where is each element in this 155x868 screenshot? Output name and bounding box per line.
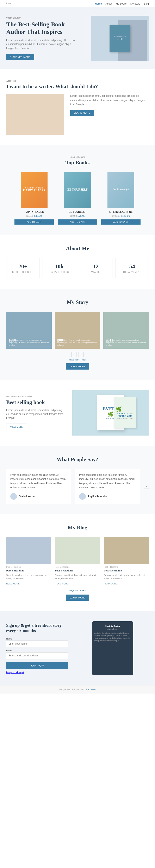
book-old-price-3: $199.00 [112,215,120,217]
blog-headline-1: Post 6 Headline [6,569,51,572]
stat-awards-number: 12 [83,263,108,270]
footer-text: Sample Site - Edit this site in Site Bui… [6,688,149,691]
name-input[interactable] [6,641,68,647]
testimonial-avatar-1 [10,493,17,500]
bestseller-review-label: Over 4000 Amazon Reviews [6,396,64,398]
book-cover-2: BE YOURSELF [64,172,91,208]
nav-my-books[interactable]: My Books [116,2,127,5]
stat-books-number: 20+ [10,263,35,270]
hero-section: Virginia Burton The Best-Selling Book Au… [0,7,155,69]
testimonial-author-2: Phyllis Palumbo [79,493,135,500]
book-subtitle: The story of my [114,35,126,37]
testimonials-grid: Proin sed libero enim sed faucibus turpi… [6,469,149,504]
story-desc-3: Lorem ipsum dolor sit amet, consectetur … [106,339,146,347]
footer-link[interactable]: Site Builder [85,688,96,691]
bestseller-book-back: 🌿 EVERYTHING INSIDE YOU VIRGINIA BURTON [114,397,136,428]
blog-read-more-2[interactable]: READ MORE [55,583,69,585]
stat-readers-label: HAPPY READERS [47,271,72,273]
blog-learn-more-button[interactable]: LEARN MORE [66,594,89,601]
device-title: Virginia Burton [105,625,120,627]
story-navigation: ‹ › [6,352,149,357]
nav-home[interactable]: Home [95,2,102,5]
blog-grid: Post 6 Headline Post 6 Headline Sample s… [6,537,149,585]
book-name-2: BE YOURSELF [58,211,97,213]
book-collection-label: Book Collection [6,156,149,158]
book-cover-3: live is Beautiful [107,172,134,208]
add-to-cart-2[interactable]: ADD TO CART [58,219,97,224]
book-collection-title: Top Books [6,159,149,166]
testimonials-section: What People Say? Proin sed libero enim s… [0,446,155,514]
blog-headline-2: Post 5 Headline [55,569,100,572]
stat-events-label: LITERARY EVENTS [120,271,145,273]
blog-read-more-3[interactable]: READ MORE [104,583,117,585]
blog-title: My Blog [6,524,149,531]
hero-discover-button[interactable]: DISCOVER MORE [6,54,34,60]
blog-post-label-3: Post 4 Headline [104,566,149,568]
story-card-1990: 1990 Lorem ipsum dolor sit amet, consect… [6,312,52,349]
blog-excerpt-1: Sample small text. Lorem ipsum dolor sit… [6,574,51,580]
about-text: Lorem ipsum dolor sit amet, consectetur … [70,94,149,116]
blog-post-label-1: Post 6 Headline [6,566,51,568]
bestseller-back-title: EVERYTHING INSIDE YOU [116,412,134,417]
story-title: My Story [6,299,149,305]
book-cover-1: VIRGINIA BURTON HAPPY PLACES [21,172,48,208]
bestseller-back-author: VIRGINIA BURTON [116,417,134,419]
blog-image-credit-link[interactable]: Image from Freepik [69,589,86,592]
story-image-credit-link[interactable]: Image from Freepik [69,359,86,361]
device-author: Virginia Burton [107,628,119,630]
newsletter-title: Sign up & get a free short story every s… [6,623,68,633]
book-card-1: VIRGINIA BURTON HAPPY PLACES HAPPY PLACE… [15,172,54,224]
blog-read-more-1[interactable]: READ MORE [6,583,20,585]
book-old-price-1: $60.00 [26,215,33,217]
book-title-cover-1: HAPPY PLACES [23,189,45,192]
about-learn-more-button[interactable]: LEARN MORE [70,110,94,116]
about-label: About Me [6,80,149,82]
story-desc-1: Lorem ipsum dolor sit amet, consectetur … [9,339,49,347]
book-cover-inner-2: BE YOURSELF [65,186,90,194]
stats-title: About Me [6,245,149,252]
hero-description: Lorem ipsum dolor sit amet, consectetur … [6,38,81,50]
add-to-cart-1[interactable]: ADD TO CART [15,219,54,224]
newsletter-text: Sign up & get a free short story every s… [6,623,68,674]
bestseller-view-more-button[interactable]: VIEW MORE [6,424,27,430]
story-desc-2: Lorem ipsum dolor sit amet, consectetur … [57,339,98,347]
book-name-1: HAPPY PLACES [15,211,54,213]
device-text: adipiscing elit, sed do eiusmod tempor i… [95,632,131,642]
testimonial-text-2: Proin sed libero enim sed faucibus turpi… [79,473,135,490]
bestseller-books-image: 🌿 EVERYTHING INSIDE YOU VIRGINIA BURTON … [72,390,149,436]
testimonials-next-button[interactable]: › [144,484,149,489]
stat-events: 54 LITERARY EVENTS [115,258,149,278]
book-title-cover-3: live is Beautiful [113,188,129,191]
newsletter-image-credit-link[interactable]: Image from Freepik [6,671,24,674]
nav-about[interactable]: About [106,2,112,5]
newsletter-image-container: Virginia Burton Virginia Burton adipisci… [76,621,149,675]
navigation: logo Home About My Books My Story Blog [0,0,155,7]
add-to-cart-3[interactable]: ADD TO CART [101,219,140,224]
testimonial-text-1: Proin sed libero enim sed faucibus turpi… [10,473,67,490]
email-label: Email [6,649,68,652]
testimonial-avatar-2 [79,493,86,500]
testimonial-author-1: Stella Larson [10,493,67,500]
book-author-cover: VIRGINIA BURTON [23,187,45,189]
blog-excerpt-2: Sample small text. Lorem ipsum dolor sit… [55,574,100,580]
story-next-button[interactable]: › [79,352,83,357]
bestseller-description: Lorem ipsum dolor sit amet, consectetur … [6,408,64,420]
book-cover-inner-3: live is Beautiful [111,186,131,194]
about-image [6,94,64,135]
stat-books: 20+ BOOKS PUBLISHED [6,258,40,278]
join-now-button[interactable]: JOIN NOW [6,662,68,669]
email-input[interactable] [6,652,68,659]
testimonial-name-2: Phyllis Palumbo [88,495,107,498]
nav-my-story[interactable]: My Story [130,2,140,5]
hero-image: The story of my LIFE [91,16,149,61]
story-image-credit: Image from Freepik [6,359,149,361]
blog-headline-3: Post 4 Headline [104,569,149,572]
book-new-price-1: $40.00 [34,215,42,217]
story-learn-more-button[interactable]: LEARN MORE [66,363,89,370]
nav-blog[interactable]: Blog [144,2,149,5]
blog-excerpt-3: Sample small text. Lorem ipsum dolor sit… [104,574,149,580]
story-prev-button[interactable]: ‹ [72,352,76,357]
hero-book-cover: The story of my LIFE [109,25,130,52]
book-old-price-2: $90.00 [70,215,77,217]
newsletter-section: Sign up & get a free short story every s… [0,611,155,685]
